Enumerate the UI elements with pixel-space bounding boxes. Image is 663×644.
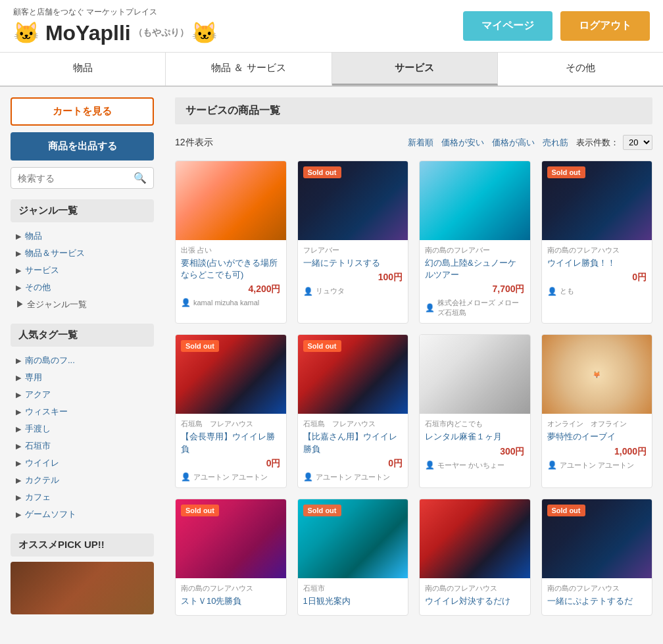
sidebar-item-services-label: サービス bbox=[25, 264, 59, 276]
product-name-link[interactable]: ウイイレ対決するだけ bbox=[425, 596, 510, 606]
product-info: 南の島のフレアハウス 一緒にぷよテトするだ bbox=[542, 578, 652, 615]
cart-button[interactable]: カートを見る bbox=[11, 97, 154, 126]
product-shop: 石垣市内どこでも bbox=[425, 419, 525, 429]
product-name: 1日観光案内 bbox=[303, 595, 403, 607]
product-image: Sold out bbox=[298, 161, 408, 240]
tab-goods-services[interactable]: 物品 ＆ サービス bbox=[166, 53, 332, 86]
product-shop: オンライン オフライン bbox=[547, 419, 647, 429]
sidebar-item-goods-services[interactable]: ▶ 物品＆サービス bbox=[11, 245, 154, 262]
tab-services[interactable]: サービス bbox=[332, 53, 498, 86]
product-name: ウイイレ勝負！！ bbox=[547, 257, 647, 269]
product-card[interactable]: 南の島のフレアハウス ウイイレ対決するだけ bbox=[419, 499, 531, 616]
tag-item-2[interactable]: ▶ 専用 bbox=[11, 369, 154, 386]
product-image: Sold out bbox=[176, 335, 286, 414]
product-info: 石垣市内どこでも レンタル麻雀１ヶ月 300円 👤モーヤー かいちょー bbox=[420, 414, 530, 475]
arrow-icon: ▶ bbox=[16, 425, 21, 433]
tag-item-6[interactable]: ▶ 石垣市 bbox=[11, 437, 154, 455]
logout-button[interactable]: ログアウト bbox=[560, 11, 650, 41]
product-card[interactable]: Sold out 石垣市 1日観光案内 bbox=[297, 499, 409, 616]
product-seller: 👤アユートン アユートン bbox=[303, 472, 403, 482]
product-card[interactable]: 🦊 オンライン オフライン 夢特性のイーブイ 1,000円 👤アユートン アユー… bbox=[541, 334, 653, 487]
tag-item-5[interactable]: ▶ 手渡し bbox=[11, 420, 154, 437]
page-title: サービスの商品一覧 bbox=[185, 104, 642, 118]
sold-out-badge: Sold out bbox=[303, 505, 341, 516]
product-name-link[interactable]: 【比嘉さん用】ウイイレ勝負 bbox=[303, 432, 397, 453]
sold-out-badge: Sold out bbox=[547, 166, 585, 178]
product-card[interactable]: Sold out 石垣島 フレアハウス 【会長専用】ウイイレ勝負 0円 👤アユー… bbox=[175, 334, 287, 487]
tag-item-8[interactable]: ▶ カクテル bbox=[11, 472, 154, 489]
product-name: 一緒にテトリスする bbox=[303, 257, 403, 269]
product-card[interactable]: 石垣市内どこでも レンタル麻雀１ヶ月 300円 👤モーヤー かいちょー bbox=[419, 334, 531, 487]
arrow-icon: ▶ bbox=[16, 476, 21, 485]
product-name-link[interactable]: 一緒にぷよテトするだ bbox=[547, 596, 633, 606]
product-grid: 出張 占い 要相談(占いができる場所ならどこでも可) 4,200円 👤kamal… bbox=[175, 161, 652, 616]
arrow-icon: ▶ bbox=[16, 442, 21, 451]
mypage-button[interactable]: マイページ bbox=[463, 11, 552, 41]
product-name: レンタル麻雀１ヶ月 bbox=[425, 431, 525, 443]
sold-out-badge: Sold out bbox=[181, 505, 219, 516]
product-info: 南の島のフレアハウス ウイイレ勝負！！ 0円 👤とも bbox=[542, 240, 652, 301]
product-name-link[interactable]: ストＶ10先勝負 bbox=[181, 596, 241, 606]
product-card[interactable]: Sold out 石垣島 フレアハウス 【比嘉さん用】ウイイレ勝負 0円 👤アユ… bbox=[297, 334, 409, 487]
arrow-icon: ▶ bbox=[16, 357, 21, 365]
list-product-button[interactable]: 商品を出品する bbox=[11, 132, 154, 161]
tag-item-4[interactable]: ▶ ウィスキー bbox=[11, 403, 154, 420]
sold-out-badge: Sold out bbox=[303, 340, 341, 352]
product-info: オンライン オフライン 夢特性のイーブイ 1,000円 👤アユートン アユートン bbox=[542, 414, 652, 475]
tag-item-10[interactable]: ▶ ゲームソフト bbox=[11, 506, 154, 523]
product-name-link[interactable]: 1日観光案内 bbox=[303, 596, 351, 606]
sidebar-item-other[interactable]: ▶ その他 bbox=[11, 279, 154, 296]
product-shop: 石垣島 フレアハウス bbox=[303, 419, 403, 429]
seller-icon: 👤 bbox=[547, 287, 557, 296]
sort-price-low[interactable]: 価格が安い bbox=[441, 137, 484, 149]
all-genres-link[interactable]: ▶ 全ジャンル一覧 bbox=[11, 296, 154, 313]
header-buttons: マイページ ログアウト bbox=[463, 11, 650, 41]
pickup-section: オススメPICK UP!! bbox=[11, 533, 154, 614]
sold-out-badge: Sold out bbox=[547, 505, 585, 516]
product-info: 石垣島 フレアハウス 【会長専用】ウイイレ勝負 0円 👤アユートン アユートン bbox=[176, 414, 286, 487]
product-info: フレアバー 一緒にテトリスする 100円 👤リュウタ bbox=[298, 240, 408, 301]
main-layout: カートを見る 商品を出品する 🔍 ジャンル一覧 ▶ 物品 ▶ 物品＆サービス ▶… bbox=[0, 87, 663, 635]
logo-main: 🐱 MoYaplli bbox=[13, 20, 131, 45]
product-seller: 👤アユートン アユートン bbox=[181, 472, 281, 482]
tag-item-9[interactable]: ▶ カフェ bbox=[11, 489, 154, 506]
product-card[interactable]: Sold out 南の島のフレアハウス 一緒にぷよテトするだ bbox=[541, 499, 653, 616]
tag-item-3[interactable]: ▶ アクア bbox=[11, 386, 154, 403]
logo: 🐱 MoYaplli （もやぷり） 🐱 bbox=[13, 20, 218, 45]
sidebar-item-services[interactable]: ▶ サービス bbox=[11, 262, 154, 279]
seller-icon: 👤 bbox=[181, 472, 191, 482]
sidebar-item-goods[interactable]: ▶ 物品 bbox=[11, 228, 154, 245]
product-card[interactable]: Sold out 南の島のフレアハウス ストＶ10先勝負 bbox=[175, 499, 287, 616]
display-count-select[interactable]: 10 20 50 bbox=[623, 135, 652, 150]
tag-item-1[interactable]: ▶ 南の島のフ... bbox=[11, 352, 154, 369]
product-price: 300円 bbox=[425, 446, 525, 458]
product-name-link[interactable]: 一緒にテトリスする bbox=[303, 258, 380, 268]
genre-title: ジャンル一覧 bbox=[11, 199, 154, 222]
product-info: 出張 占い 要相談(占いができる場所ならどこでも可) 4,200円 👤kamal… bbox=[176, 240, 286, 312]
sort-price-high[interactable]: 価格が高い bbox=[492, 137, 535, 149]
product-shop: 南の島のフレアバー bbox=[425, 245, 525, 255]
sidebar: カートを見る 商品を出品する 🔍 ジャンル一覧 ▶ 物品 ▶ 物品＆サービス ▶… bbox=[0, 87, 164, 635]
product-card[interactable]: Sold out フレアバー 一緒にテトリスする 100円 👤リュウタ bbox=[297, 161, 409, 324]
product-card[interactable]: 南の島のフレアバー 幻の島上陸&シュノーケルツアー 7,700円 👤株式会社メロ… bbox=[419, 161, 531, 324]
product-image bbox=[420, 335, 530, 414]
search-input[interactable] bbox=[18, 173, 134, 184]
sidebar-item-other-label: その他 bbox=[25, 282, 51, 293]
product-name-link[interactable]: 幻の島上陸&シュノーケルツアー bbox=[425, 258, 516, 280]
product-name-link[interactable]: 夢特性のイーブイ bbox=[547, 432, 616, 441]
product-card[interactable]: Sold out 南の島のフレアハウス ウイイレ勝負！！ 0円 👤とも bbox=[541, 161, 653, 324]
product-name-link[interactable]: ウイイレ勝負！！ bbox=[547, 258, 616, 268]
sort-newest[interactable]: 新着順 bbox=[408, 137, 433, 149]
product-card[interactable]: 出張 占い 要相談(占いができる場所ならどこでも可) 4,200円 👤kamal… bbox=[175, 161, 287, 324]
list-controls: 12件表示 新着順 価格が安い 価格が高い 売れ筋 表示件数： 10 20 50 bbox=[175, 135, 652, 150]
tag-item-7[interactable]: ▶ ウイイレ bbox=[11, 455, 154, 472]
tab-goods[interactable]: 物品 bbox=[0, 53, 166, 86]
tab-other[interactable]: その他 bbox=[498, 53, 663, 86]
display-count: 表示件数： 10 20 50 bbox=[576, 135, 652, 150]
product-name-link[interactable]: 要相談(占いができる場所ならどこでも可) bbox=[181, 258, 278, 280]
product-name-link[interactable]: レンタル麻雀１ヶ月 bbox=[425, 432, 502, 441]
product-name: 一緒にぷよテトするだ bbox=[547, 595, 647, 607]
product-name: 幻の島上陸&シュノーケルツアー bbox=[425, 257, 525, 281]
sort-bestseller[interactable]: 売れ筋 bbox=[543, 137, 568, 149]
product-name-link[interactable]: 【会長専用】ウイイレ勝負 bbox=[181, 432, 275, 453]
